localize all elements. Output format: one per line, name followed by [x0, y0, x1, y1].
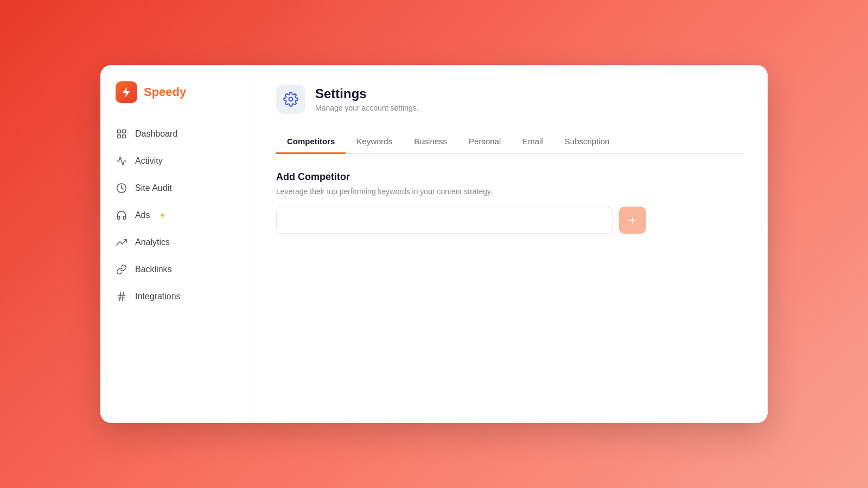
ads-star-badge: ✦	[159, 210, 166, 221]
svg-line-8	[123, 293, 124, 301]
tab-subscription[interactable]: Subscription	[554, 130, 621, 154]
sidebar-item-analytics-label: Analytics	[135, 237, 170, 247]
add-competitor-desc: Leverage their top performing keywords i…	[276, 187, 744, 196]
logo-area: Speedy	[100, 81, 252, 120]
page-header: Settings Manage your account settings.	[276, 85, 744, 114]
add-competitor-title: Add Competitor	[276, 171, 744, 183]
settings-icon-wrap	[276, 85, 305, 114]
svg-point-9	[289, 98, 293, 101]
svg-rect-3	[123, 135, 126, 138]
add-competitor-button[interactable]: +	[619, 207, 646, 234]
svg-rect-1	[123, 130, 126, 133]
sidebar-item-integrations-label: Integrations	[135, 292, 181, 301]
activity-icon	[116, 155, 127, 167]
sidebar-item-activity[interactable]: Activity	[100, 147, 252, 175]
page-title: Settings	[315, 86, 419, 101]
tab-business[interactable]: Business	[403, 130, 458, 154]
page-subtitle: Manage your account settings.	[315, 104, 419, 112]
sidebar-item-activity-label: Activity	[135, 156, 163, 166]
ads-icon	[116, 209, 127, 221]
sidebar-item-integrations[interactable]: Integrations	[100, 283, 252, 310]
main-content: Settings Manage your account settings. C…	[252, 65, 768, 423]
sidebar-item-ads[interactable]: Ads ✦	[100, 202, 252, 229]
add-competitor-section: Add Competitor Leverage their top perfor…	[276, 171, 744, 234]
svg-rect-2	[118, 135, 121, 138]
integrations-icon	[116, 291, 127, 303]
tab-competitors[interactable]: Competitors	[276, 130, 346, 154]
analytics-icon	[116, 236, 127, 248]
sidebar-item-ads-label: Ads	[135, 210, 150, 220]
tab-email[interactable]: Email	[512, 130, 554, 154]
sidebar-item-analytics[interactable]: Analytics	[100, 229, 252, 256]
sidebar: Speedy Dashboard Activity	[100, 65, 252, 423]
add-button-label: +	[629, 213, 636, 228]
sidebar-item-dashboard-label: Dashboard	[135, 129, 177, 139]
svg-line-7	[120, 293, 121, 301]
svg-rect-0	[118, 130, 121, 133]
tab-keywords[interactable]: Keywords	[346, 130, 403, 154]
competitor-input-row: +	[276, 207, 744, 234]
logo-icon	[116, 81, 137, 103]
dashboard-icon	[116, 128, 127, 140]
logo-text: Speedy	[144, 85, 186, 99]
sidebar-item-site-audit[interactable]: Site Audit	[100, 175, 252, 202]
header-text: Settings Manage your account settings.	[315, 86, 419, 112]
sidebar-item-backlinks-label: Backlinks	[135, 265, 172, 274]
settings-icon	[283, 92, 298, 107]
app-window: Speedy Dashboard Activity	[100, 65, 768, 423]
competitor-input[interactable]	[276, 207, 612, 234]
sidebar-item-backlinks[interactable]: Backlinks	[100, 256, 252, 283]
sidebar-item-site-audit-label: Site Audit	[135, 183, 172, 193]
tab-personal[interactable]: Personal	[458, 130, 512, 154]
settings-tabs: Competitors Keywords Business Personal E…	[276, 130, 744, 154]
backlinks-icon	[116, 264, 127, 275]
sidebar-item-dashboard[interactable]: Dashboard	[100, 120, 252, 147]
site-audit-icon	[116, 182, 127, 194]
